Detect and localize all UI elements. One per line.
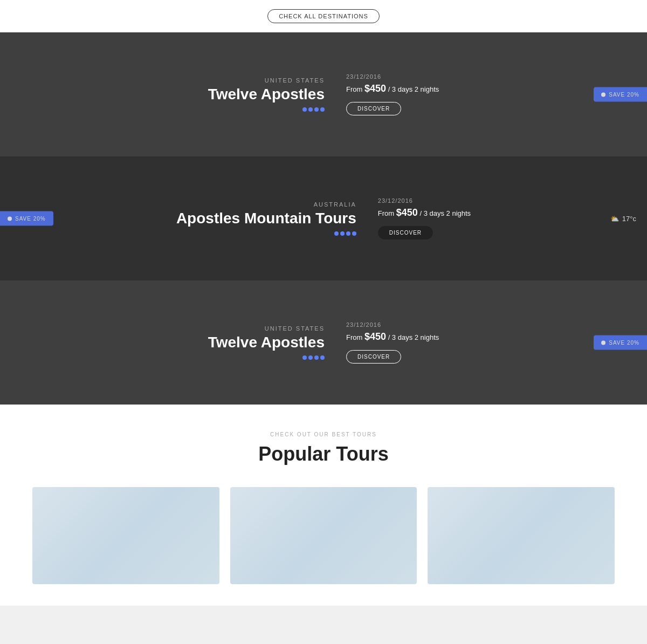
- tour-3-save-label: SAVE 20%: [609, 340, 639, 346]
- tour-slide-3-inner: UNITED STATES Twelve Apostles 23/12/2016…: [208, 321, 439, 364]
- tour-card-1[interactable]: [32, 487, 219, 584]
- tour-1-save-badge: SAVE 20%: [594, 87, 647, 102]
- tour-3-star-1: [302, 355, 307, 360]
- tour-card-3[interactable]: [428, 487, 615, 584]
- tour-3-save-dot: [601, 340, 605, 345]
- tour-2-save-dot: [8, 216, 12, 221]
- tour-card-2[interactable]: [230, 487, 417, 584]
- tour-2-save-badge: SAVE 20%: [0, 211, 53, 226]
- check-all-button[interactable]: CHECK ALL DESTINATIONS: [267, 9, 380, 23]
- tour-3-date: 23/12/2016: [346, 321, 439, 328]
- tour-3-price-suffix: / 3 days 2 nights: [388, 333, 439, 341]
- tour-2-save-label: SAVE 20%: [15, 216, 46, 222]
- tour-3-price-prefix: From: [346, 333, 364, 341]
- tour-2-discover-button[interactable]: DISCOVER: [378, 226, 433, 239]
- tour-3-star-2: [308, 355, 313, 360]
- tour-2-star-3: [346, 231, 350, 236]
- tour-2-star-2: [340, 231, 345, 236]
- tour-1-title: Twelve Apostles: [208, 86, 325, 103]
- popular-tours-subtitle: CHECK OUT OUR BEST TOURS: [32, 431, 615, 437]
- star-1: [302, 107, 307, 112]
- tour-1-info-right: 23/12/2016 From $450 / 3 days 2 nights D…: [346, 73, 439, 115]
- tour-3-stars: [208, 355, 325, 360]
- tour-card-3-inner: [428, 487, 615, 584]
- star-3: [314, 107, 319, 112]
- tour-2-title: Apostles Mountain Tours: [176, 210, 356, 227]
- tour-3-info-right: 23/12/2016 From $450 / 3 days 2 nights D…: [346, 321, 439, 364]
- tour-1-save-dot: [601, 92, 605, 97]
- tour-3-discover-button[interactable]: DISCOVER: [346, 350, 401, 364]
- tour-2-star-4: [352, 231, 356, 236]
- tour-2-info-right: 23/12/2016 From $450 / 3 days 2 nights D…: [378, 197, 471, 239]
- star-2: [308, 107, 313, 112]
- weather-icon: ⛅: [610, 215, 619, 223]
- tour-1-price-suffix: / 3 days 2 nights: [388, 85, 439, 93]
- tour-2-country: AUSTRALIA: [176, 201, 356, 208]
- tour-slide-1: UNITED STATES Twelve Apostles 23/12/2016…: [0, 32, 647, 156]
- tour-card-2-inner: [230, 487, 417, 584]
- tour-3-save-badge: SAVE 20%: [594, 335, 647, 350]
- tour-1-date: 23/12/2016: [346, 73, 439, 80]
- tour-3-info-left: UNITED STATES Twelve Apostles: [208, 325, 325, 360]
- tour-2-weather-badge: ⛅ 17°c: [610, 215, 636, 223]
- tour-slide-2-inner: AUSTRALIA Apostles Mountain Tours 23/12/…: [176, 197, 471, 239]
- popular-tours-title: Popular Tours: [32, 443, 615, 465]
- tour-2-star-1: [334, 231, 339, 236]
- tour-3-country: UNITED STATES: [208, 325, 325, 332]
- tour-3-star-3: [314, 355, 319, 360]
- tour-1-info-left: UNITED STATES Twelve Apostles: [208, 77, 325, 112]
- tour-2-price-prefix: From: [378, 209, 396, 217]
- tour-1-discover-button[interactable]: DISCOVER: [346, 102, 401, 115]
- tour-2-price: From $450 / 3 days 2 nights: [378, 207, 471, 218]
- tour-card-1-inner: [32, 487, 219, 584]
- tour-slide-3: UNITED STATES Twelve Apostles 23/12/2016…: [0, 280, 647, 405]
- tour-3-price-amount: $450: [364, 331, 386, 342]
- tour-1-price-amount: $450: [364, 83, 386, 94]
- tours-grid: [32, 487, 615, 584]
- star-4: [320, 107, 325, 112]
- tour-3-title: Twelve Apostles: [208, 334, 325, 351]
- weather-temp: 17°c: [622, 215, 636, 223]
- tour-2-info-left: AUSTRALIA Apostles Mountain Tours: [176, 201, 356, 236]
- tour-1-stars: [208, 107, 325, 112]
- tour-1-price: From $450 / 3 days 2 nights: [346, 83, 439, 94]
- tour-2-stars: [176, 231, 356, 236]
- tour-2-price-amount: $450: [396, 207, 418, 218]
- popular-tours-section: CHECK OUT OUR BEST TOURS Popular Tours: [0, 405, 647, 606]
- tour-1-save-label: SAVE 20%: [609, 92, 639, 98]
- tour-2-date: 23/12/2016: [378, 197, 471, 204]
- tour-slide-1-inner: UNITED STATES Twelve Apostles 23/12/2016…: [208, 73, 439, 115]
- tour-1-price-prefix: From: [346, 85, 364, 93]
- tour-1-country: UNITED STATES: [208, 77, 325, 84]
- tour-slide-2: AUSTRALIA Apostles Mountain Tours 23/12/…: [0, 156, 647, 280]
- top-section: CHECK ALL DESTINATIONS: [0, 0, 647, 32]
- tour-3-price: From $450 / 3 days 2 nights: [346, 331, 439, 342]
- tour-3-star-4: [320, 355, 325, 360]
- tour-2-price-suffix: / 3 days 2 nights: [419, 209, 471, 217]
